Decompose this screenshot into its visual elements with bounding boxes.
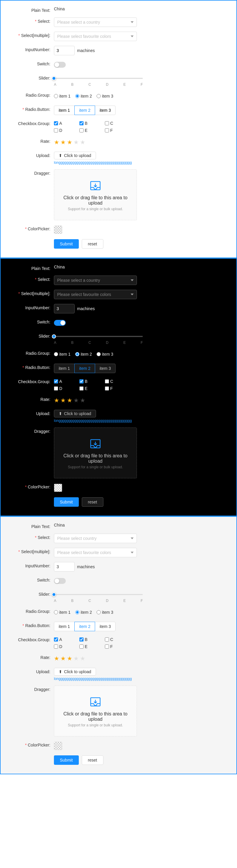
gray-radio-btn-3[interactable]: item 3 — [95, 622, 115, 631]
gray-radio-group-item-1[interactable]: item 1 — [54, 610, 71, 615]
slider-track[interactable] — [54, 78, 143, 79]
dark-radio-input-2[interactable] — [75, 352, 79, 356]
checkbox-item-f[interactable]: F — [105, 128, 126, 133]
reset-button[interactable]: reset — [82, 239, 103, 249]
dark-switch-toggle[interactable] — [54, 320, 66, 326]
radio-btn-1[interactable]: item 1 — [54, 105, 75, 115]
gray-star-5[interactable]: ★ — [80, 655, 85, 662]
checkbox-item-a[interactable]: A — [54, 121, 75, 126]
gray-radio-input-1[interactable] — [54, 610, 58, 614]
gray-checkbox-b[interactable] — [79, 638, 83, 642]
dark-dragger-area[interactable]: Click or drag file to this area to uploa… — [54, 428, 137, 478]
gray-star-4[interactable]: ★ — [74, 655, 79, 662]
dark-radio-input-3[interactable] — [97, 352, 101, 356]
color-swatch[interactable] — [54, 225, 62, 234]
checkbox-e[interactable] — [79, 128, 83, 132]
checkbox-item-d[interactable]: D — [54, 128, 75, 133]
dark-checkbox-b[interactable] — [79, 379, 83, 383]
gray-slider-track[interactable] — [54, 594, 143, 595]
gray-star-3[interactable]: ★ — [67, 655, 72, 662]
checkbox-a[interactable] — [54, 121, 58, 125]
dark-checkbox-item-e[interactable]: E — [79, 386, 100, 391]
dark-checkbox-e[interactable] — [79, 386, 83, 391]
dark-star-1[interactable]: ★ — [54, 397, 59, 404]
dark-color-swatch[interactable] — [54, 484, 62, 492]
gray-dragger-area[interactable]: Click or drag file to this area to uploa… — [54, 686, 137, 737]
star-4[interactable]: ★ — [74, 138, 79, 146]
switch-toggle[interactable] — [54, 62, 66, 68]
input-number-field[interactable] — [54, 46, 75, 55]
gray-reset-button[interactable]: reset — [82, 755, 103, 765]
slider-thumb[interactable] — [52, 76, 56, 81]
radio-btn-3[interactable]: item 3 — [95, 105, 115, 115]
dark-slider-track[interactable] — [54, 336, 143, 337]
dark-star-2[interactable]: ★ — [60, 397, 66, 404]
dark-reset-button[interactable]: reset — [82, 497, 103, 507]
gray-submit-button[interactable]: Submit — [54, 755, 79, 765]
gray-radio-group-item-3[interactable]: item 3 — [97, 610, 113, 615]
dark-select-multiple-input[interactable]: Please select favourite colors — [54, 290, 137, 299]
dark-slider-thumb[interactable] — [52, 334, 56, 339]
radio-group-item-1[interactable]: item 1 — [54, 94, 71, 98]
gray-input-number-field[interactable] — [54, 562, 75, 571]
dragger-area[interactable]: Click or drag file to this area to uploa… — [54, 169, 137, 220]
dark-submit-button[interactable]: Submit — [54, 497, 79, 507]
radio-input-1[interactable] — [54, 94, 58, 98]
gray-checkbox-item-f[interactable]: F — [105, 644, 126, 649]
gray-checkbox-d[interactable] — [54, 645, 58, 649]
select-input[interactable]: Please select a country — [54, 18, 137, 27]
dark-checkbox-a[interactable] — [54, 379, 58, 383]
gray-radio-group-item-2[interactable]: item 2 — [75, 610, 92, 615]
dark-select-input[interactable]: Please select a country — [54, 276, 137, 285]
gray-color-swatch[interactable] — [54, 742, 62, 750]
gray-checkbox-item-c[interactable]: C — [105, 637, 126, 642]
dark-radio-input-1[interactable] — [54, 352, 58, 356]
star-2[interactable]: ★ — [60, 138, 66, 146]
gray-checkbox-item-d[interactable]: D — [54, 644, 75, 649]
dark-checkbox-f[interactable] — [105, 386, 109, 391]
radio-group-item-3[interactable]: item 3 — [97, 94, 113, 98]
dark-radio-group-item-1[interactable]: item 1 — [54, 352, 71, 356]
dark-star-5[interactable]: ★ — [80, 397, 85, 404]
gray-radio-input-2[interactable] — [75, 610, 79, 614]
star-3[interactable]: ★ — [67, 138, 72, 146]
dark-checkbox-item-c[interactable]: C — [105, 379, 126, 384]
dark-checkbox-item-b[interactable]: B — [79, 379, 100, 384]
dark-input-number-field[interactable] — [54, 304, 75, 313]
dark-radio-group-item-3[interactable]: item 3 — [97, 352, 113, 356]
gray-checkbox-c[interactable] — [105, 638, 109, 642]
gray-select-multiple-input[interactable]: Please select favourite colors — [54, 548, 137, 557]
gray-radio-btn-1[interactable]: item 1 — [54, 622, 75, 631]
gray-checkbox-a[interactable] — [54, 638, 58, 642]
gray-star-2[interactable]: ★ — [60, 655, 66, 662]
gray-star-1[interactable]: ★ — [54, 655, 59, 662]
star-5[interactable]: ★ — [80, 138, 85, 146]
gray-radio-input-3[interactable] — [97, 610, 101, 614]
dark-checkbox-d[interactable] — [54, 386, 58, 391]
gray-checkbox-f[interactable] — [105, 645, 109, 649]
gray-checkbox-item-b[interactable]: B — [79, 637, 100, 642]
star-1[interactable]: ★ — [54, 138, 59, 146]
radio-input-3[interactable] — [97, 94, 101, 98]
dark-radio-btn-3[interactable]: item 3 — [95, 364, 115, 373]
checkbox-f[interactable] — [105, 128, 109, 132]
checkbox-item-b[interactable]: B — [79, 121, 100, 126]
gray-checkbox-item-e[interactable]: E — [79, 644, 100, 649]
upload-button[interactable]: ⬆ Click to upload — [54, 152, 96, 159]
dark-star-3[interactable]: ★ — [67, 397, 72, 404]
checkbox-d[interactable] — [54, 128, 58, 132]
gray-select-input[interactable]: Please select country — [54, 534, 137, 543]
radio-group-item-2[interactable]: item 2 — [75, 94, 92, 98]
checkbox-item-c[interactable]: C — [105, 121, 126, 126]
dark-upload-button[interactable]: ⬆ Click to upload — [54, 410, 96, 417]
submit-button[interactable]: Submit — [54, 239, 79, 249]
dark-checkbox-item-f[interactable]: F — [105, 386, 126, 391]
radio-input-2[interactable] — [75, 94, 79, 98]
gray-slider-thumb[interactable] — [52, 592, 56, 597]
gray-radio-btn-2[interactable]: item 2 — [74, 622, 95, 631]
dark-star-4[interactable]: ★ — [74, 397, 79, 404]
gray-switch-toggle[interactable] — [54, 578, 66, 584]
checkbox-item-e[interactable]: E — [79, 128, 100, 133]
gray-checkbox-e[interactable] — [79, 645, 83, 649]
dark-radio-btn-2[interactable]: item 2 — [74, 364, 95, 373]
